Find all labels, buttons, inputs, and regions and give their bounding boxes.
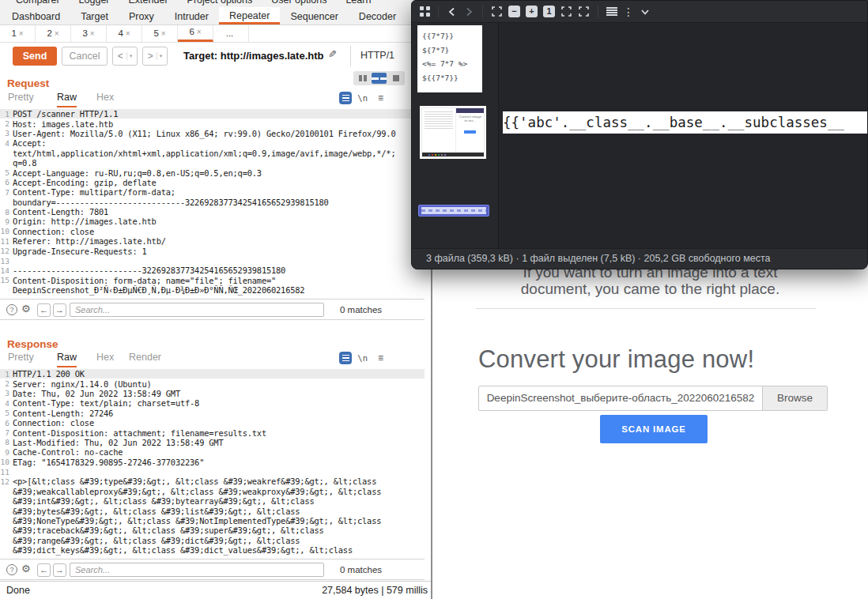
tab-render[interactable]: Render xyxy=(129,352,161,366)
help-icon[interactable]: ? xyxy=(6,304,17,315)
fit-window-icon[interactable] xyxy=(491,6,503,17)
chevron-down-icon[interactable] xyxy=(640,6,651,17)
repeater-tab[interactable]: 2× xyxy=(36,25,71,42)
code-line: 2 Server: nginx/1.14.0 (Ubuntu) xyxy=(0,379,425,388)
back-icon[interactable] xyxy=(447,6,458,17)
pretty-print-icon[interactable] xyxy=(339,92,352,104)
close-tab-icon[interactable]: × xyxy=(90,29,95,38)
burp-main-tab[interactable]: Decoder xyxy=(349,8,406,24)
search-input[interactable] xyxy=(70,563,324,577)
edit-pencil-icon[interactable]: ✎ xyxy=(328,48,337,60)
burp-top-tab[interactable]: Comparer xyxy=(16,0,60,6)
close-tab-icon[interactable]: × xyxy=(126,29,130,38)
burp-main-tab[interactable]: Repeater xyxy=(219,7,280,24)
tab-pretty[interactable]: Pretty xyxy=(8,352,34,366)
burp-status-bar: Done 27,584 bytes | 579 millis xyxy=(0,581,431,599)
burp-main-tab[interactable]: Target xyxy=(70,8,119,24)
divider xyxy=(482,6,483,18)
newline-icon[interactable]: \n xyxy=(357,93,368,103)
file-input[interactable]: DeepinScreenshot_выберите-область_202206… xyxy=(478,386,828,411)
list-view-icon[interactable] xyxy=(606,7,617,17)
code-line: DeepinScreenshot_Ð²Ñ‹Ð±ÐµÑ€Ð¸Ñ‚Ðµ-Ð¾Ð±Ð»… xyxy=(0,285,425,295)
image-preview-strip[interactable]: {{'abc'.__class__.__base__.__subclasses_… xyxy=(503,111,867,134)
tab-raw[interactable]: Raw xyxy=(57,352,77,367)
code-line: 5 Content-Length: 27246 xyxy=(0,409,425,418)
prev-request-button[interactable]: <▾ xyxy=(112,47,138,66)
zoom-in-icon[interactable]: + xyxy=(526,6,538,17)
code-line: q=0.8 xyxy=(0,158,425,168)
chevron-down-icon[interactable]: ▾ xyxy=(157,52,163,60)
status-done: Done xyxy=(6,585,30,596)
close-tab-icon[interactable]: × xyxy=(19,29,24,38)
repeater-tab[interactable]: 5× xyxy=(142,25,178,42)
cancel-button[interactable]: Cancel xyxy=(62,47,108,66)
search-input[interactable] xyxy=(70,303,324,317)
screenshot-file-thumbnail[interactable]: Convert image to tex... xyxy=(420,106,486,159)
code-line: 6 Connection: close xyxy=(0,418,425,428)
response-editor[interactable]: 1 HTTP/1.1 200 OK 2 Server: nginx/1.14.0… xyxy=(0,369,425,558)
forward-icon[interactable] xyxy=(463,6,474,17)
layout-single-button[interactable] xyxy=(388,73,403,84)
layout-columns-button[interactable] xyxy=(355,73,370,84)
tab-hex[interactable]: Hex xyxy=(96,92,114,106)
code-line: 4 Content-Type: text/plain; charset=utf-… xyxy=(0,398,425,408)
tab-hex[interactable]: Hex xyxy=(96,352,114,366)
newline-icon[interactable]: \n xyxy=(357,353,368,363)
tagline-line2: document, you came to the right place. xyxy=(432,281,868,298)
burp-main-tab[interactable]: Proxy xyxy=(119,8,164,24)
next-request-button[interactable]: >▾ xyxy=(142,47,168,66)
fit-height-icon[interactable] xyxy=(578,6,590,17)
scan-image-button[interactable]: SCAN IMAGE xyxy=(600,415,708,443)
send-button[interactable]: Send xyxy=(13,47,57,66)
prev-match-icon[interactable]: ← xyxy=(37,563,51,577)
chevron-down-icon[interactable]: ▾ xyxy=(126,52,133,60)
code-line: 15 Content-Disposition: form-data; name=… xyxy=(0,276,425,285)
code-line: &#39;int&#39;&gt;, &lt;class &#39;bytear… xyxy=(0,496,425,506)
burp-top-tab[interactable]: User options xyxy=(271,0,326,6)
fit-width-icon[interactable] xyxy=(560,6,572,17)
selected-file-thumbnail[interactable] xyxy=(418,205,489,217)
burp-top-tab[interactable]: Logger xyxy=(79,0,110,6)
settings-icon[interactable]: ⚙ xyxy=(21,303,31,315)
kebab-menu-icon[interactable]: ⋮ xyxy=(623,6,634,17)
http-version-selector[interactable]: HTTP/1 xyxy=(360,50,394,61)
apps-grid-icon[interactable] xyxy=(420,6,430,17)
match-count: 0 matches xyxy=(340,565,382,575)
burp-top-tab[interactable]: Extender xyxy=(129,0,168,6)
close-tab-icon[interactable]: × xyxy=(55,29,59,38)
zoom-out-icon[interactable]: − xyxy=(508,6,520,17)
repeater-tab[interactable]: 3× xyxy=(71,25,107,42)
pretty-print-icon[interactable] xyxy=(339,352,352,364)
burp-main-tab[interactable]: Intruder xyxy=(164,8,219,24)
menu-icon[interactable]: ≡ xyxy=(378,92,383,104)
zoom-original-icon[interactable]: 1 xyxy=(543,6,555,17)
prev-match-icon[interactable]: ← xyxy=(37,303,51,317)
code-line: 1 HTTP/1.1 200 OK xyxy=(0,369,425,379)
repeater-tab[interactable]: 6× xyxy=(178,25,213,42)
tab-raw[interactable]: Raw xyxy=(57,92,77,107)
settings-icon[interactable]: ⚙ xyxy=(21,563,31,575)
burp-top-tab[interactable]: Learn xyxy=(345,0,371,6)
browse-button[interactable]: Browse xyxy=(762,386,827,410)
repeater-tab[interactable]: 1× xyxy=(0,25,36,42)
repeater-tab[interactable]: 4× xyxy=(107,25,142,42)
repeater-tab[interactable]: ... xyxy=(213,25,249,42)
next-match-icon[interactable]: → xyxy=(53,303,66,317)
burp-top-tab[interactable]: Project options xyxy=(187,0,253,6)
code-line: &#39;bytes&#39;&gt;, &lt;class &#39;list… xyxy=(0,506,425,515)
file-manager-window: − + 1 ⋮ {{7*7}}${7*7}<%= 7*7 %>${{7*7}} xyxy=(411,0,868,269)
menu-icon[interactable]: ≡ xyxy=(378,352,383,364)
text-file-thumbnail[interactable]: {{7*7}}${7*7}<%= 7*7 %>${{7*7}} xyxy=(417,25,482,92)
request-editor[interactable]: 1 POST /scanner HTTP/1.1 2 Host: images.… xyxy=(0,109,425,299)
tab-pretty[interactable]: Pretty xyxy=(8,92,34,106)
layout-rows-button[interactable] xyxy=(372,73,387,84)
help-icon[interactable]: ? xyxy=(6,564,17,575)
close-tab-icon[interactable]: × xyxy=(161,29,166,38)
preview-text: {{'abc'.__class__.__base__.__subclasses_… xyxy=(503,111,867,134)
burp-main-tab[interactable]: Dashboard xyxy=(2,8,70,24)
close-tab-icon[interactable]: × xyxy=(197,28,202,36)
file-manager-toolbar: − + 1 ⋮ xyxy=(412,1,867,23)
burp-main-tab[interactable]: Sequencer xyxy=(280,8,348,24)
next-match-icon[interactable]: → xyxy=(53,563,66,577)
file-grid-column: {{7*7}}${7*7}<%= 7*7 %>${{7*7}} Convert … xyxy=(412,23,499,248)
